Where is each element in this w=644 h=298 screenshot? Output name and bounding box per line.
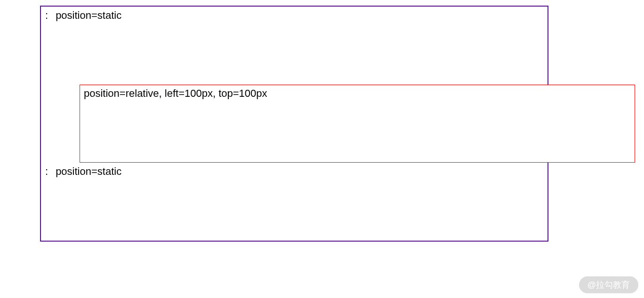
label-text-value: position=static: [56, 165, 121, 177]
label-prefix: :: [45, 165, 53, 179]
positioning-diagram-container: : position=static position=relative, lef…: [40, 6, 548, 242]
static-block-1: : position=static: [41, 7, 547, 85]
static-block-1-label: : position=static: [45, 9, 121, 21]
static-block-2: : position=static: [41, 163, 547, 241]
relative-block-label: position=relative, left=100px, top=100px: [84, 87, 267, 99]
static-block-2-label: : position=static: [45, 165, 121, 177]
label-text-value: position=static: [56, 9, 121, 21]
label-prefix: :: [45, 9, 53, 23]
relative-block-wrapper: position=relative, left=100px, top=100px: [41, 85, 547, 163]
watermark-badge: @拉勾教育: [579, 276, 638, 293]
relative-block: position=relative, left=100px, top=100px: [80, 85, 635, 163]
